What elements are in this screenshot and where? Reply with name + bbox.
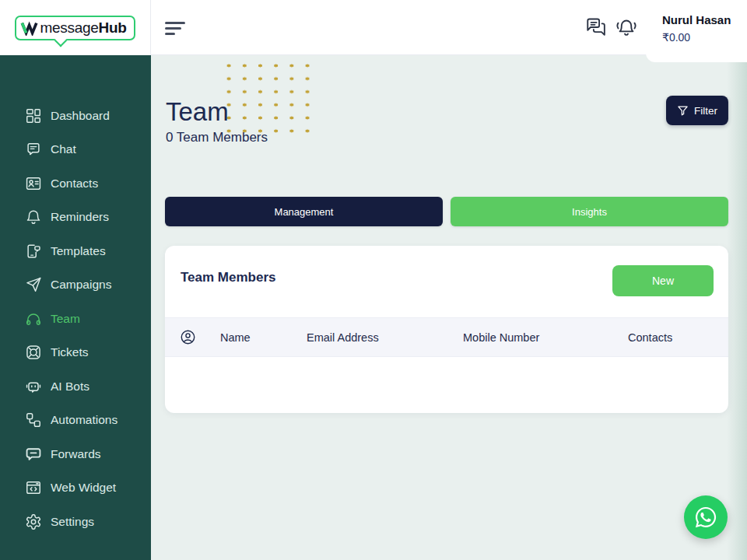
logo-text: messageHub bbox=[40, 19, 126, 37]
sidebar-item-label: Reminders bbox=[51, 210, 109, 224]
brand-logo[interactable]: messageHub bbox=[0, 0, 151, 55]
sidebar-item-label: Forwards bbox=[51, 447, 101, 461]
avatar-icon bbox=[180, 329, 196, 345]
automations-icon bbox=[25, 411, 42, 429]
contacts-icon bbox=[25, 175, 42, 192]
sidebar-item-label: Contacts bbox=[51, 177, 98, 191]
decorative-dots-pattern bbox=[219, 58, 317, 141]
tickets-icon bbox=[25, 344, 42, 361]
filter-funnel-icon bbox=[677, 105, 689, 117]
sidebar-item-templates[interactable]: Templates bbox=[0, 240, 151, 262]
team-members-card: Team Members New Name Email Address Mobi… bbox=[165, 246, 728, 413]
sidebar-item-label: Campaigns bbox=[51, 278, 111, 292]
tab-management[interactable]: Management bbox=[165, 197, 443, 226]
sidebar-item-tickets[interactable]: Tickets bbox=[0, 341, 151, 364]
sidebar-item-label: Tickets bbox=[51, 345, 89, 359]
settings-icon bbox=[25, 513, 42, 530]
column-header-name: Name bbox=[220, 331, 307, 344]
sidebar-item-label: Chat bbox=[51, 142, 76, 156]
sidebar-item-label: Web Widget bbox=[51, 481, 116, 495]
card-title: Team Members bbox=[181, 270, 276, 285]
sidebar-item-label: Team bbox=[51, 312, 80, 326]
column-header-mobile: Mobile Number bbox=[463, 331, 628, 344]
brand-w-icon bbox=[20, 20, 39, 36]
conversations-icon[interactable] bbox=[585, 16, 607, 38]
user-balance: ₹0.00 bbox=[662, 31, 747, 44]
sidebar-item-label: Templates bbox=[51, 244, 106, 258]
sidebar-item-team[interactable]: Team bbox=[0, 307, 151, 330]
column-header-email: Email Address bbox=[307, 331, 463, 344]
team-tabs: Management Insights bbox=[165, 197, 728, 226]
app: messageHub Nurul Hasan ₹0.00 Dashboard C… bbox=[0, 0, 747, 560]
reminders-icon bbox=[25, 208, 42, 226]
sidebar-item-label: Settings bbox=[51, 515, 94, 529]
sidebar-item-settings[interactable]: Settings bbox=[0, 510, 151, 533]
sidebar-item-campaigns[interactable]: Campaigns bbox=[0, 274, 151, 296]
user-profile[interactable]: Nurul Hasan ₹0.00 bbox=[646, 0, 747, 62]
user-name: Nurul Hasan bbox=[662, 13, 747, 26]
sidebar-item-automations[interactable]: Automations bbox=[0, 409, 151, 432]
sidebar-item-reminders[interactable]: Reminders bbox=[0, 206, 151, 229]
whatsapp-icon bbox=[694, 506, 717, 529]
sidebar-item-label: Dashboard bbox=[51, 109, 110, 123]
ai-bots-icon bbox=[25, 378, 42, 395]
sidebar-item-ai-bots[interactable]: AI Bots bbox=[0, 375, 151, 397]
sidebar-item-label: AI Bots bbox=[51, 380, 89, 394]
forwards-icon bbox=[25, 446, 42, 463]
templates-icon bbox=[25, 243, 42, 260]
right-edge-shade bbox=[727, 55, 747, 560]
sidebar-item-contacts[interactable]: Contacts bbox=[0, 172, 151, 194]
new-member-button[interactable]: New bbox=[612, 265, 714, 296]
notifications-icon[interactable] bbox=[615, 16, 637, 38]
team-icon bbox=[25, 310, 42, 327]
tab-insights[interactable]: Insights bbox=[451, 197, 728, 226]
logo-bubble: messageHub bbox=[15, 16, 135, 40]
menu-toggle-icon[interactable] bbox=[165, 22, 187, 39]
campaigns-icon bbox=[25, 276, 42, 293]
filter-button[interactable]: Filter bbox=[666, 96, 728, 125]
filter-button-label: Filter bbox=[694, 105, 717, 117]
sidebar-item-web-widget[interactable]: Web Widget bbox=[0, 477, 151, 499]
sidebar-nav: Dashboard Chat Contacts Reminders Templa bbox=[0, 55, 151, 560]
chat-icon bbox=[25, 141, 42, 158]
whatsapp-chat-button[interactable] bbox=[684, 495, 728, 539]
web-widget-icon bbox=[25, 479, 42, 496]
sidebar-item-dashboard[interactable]: Dashboard bbox=[0, 104, 151, 127]
sidebar-item-label: Automations bbox=[51, 413, 117, 427]
page-title: Team bbox=[166, 97, 229, 127]
dashboard-icon bbox=[25, 107, 42, 124]
sidebar-item-forwards[interactable]: Forwards bbox=[0, 443, 151, 465]
column-header-contacts: Contacts bbox=[628, 331, 728, 344]
sidebar-item-chat[interactable]: Chat bbox=[0, 138, 151, 161]
table-header-row: Name Email Address Mobile Number Contact… bbox=[165, 317, 728, 357]
team-members-count: 0 Team Members bbox=[166, 130, 268, 145]
